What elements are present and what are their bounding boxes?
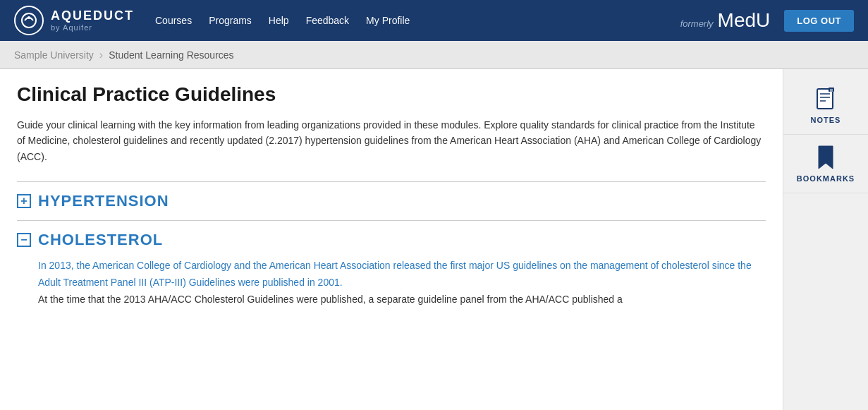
medu-text: MedU [718,9,771,32]
logo-sub: by Aquifer [51,23,134,32]
nav-programs[interactable]: Programs [209,15,252,26]
svg-rect-2 [817,89,833,109]
header-right: formerly MedU LOG OUT [680,9,854,32]
notes-icon [813,86,838,111]
cholesterol-title: CHOLESTEROL [38,231,163,249]
svg-point-1 [27,16,30,19]
logo-circle [14,6,44,35]
breadcrumb-separator: › [99,49,103,61]
nav-links: Courses Programs Help Feedback My Profil… [155,15,410,26]
nav-help[interactable]: Help [269,15,289,26]
sidebar-notes[interactable]: NOTES [783,76,868,135]
breadcrumb: Sample University › Student Learning Res… [0,41,868,69]
hypertension-title: HYPERTENSION [38,192,169,210]
cholesterol-section: − CHOLESTEROL In 2013, the American Coll… [17,220,766,329]
sidebar: NOTES BOOKMARKS [783,69,868,410]
cholesterol-para-2: At the time that the 2013 AHA/ACC Choles… [38,291,766,308]
cholesterol-header[interactable]: − CHOLESTEROL [17,231,766,249]
main-wrapper: Clinical Practice Guidelines Guide your … [0,69,868,410]
content-area: Clinical Practice Guidelines Guide your … [0,69,783,410]
hypertension-section: + HYPERTENSION [17,181,766,220]
formerly-medu: formerly MedU [680,9,771,32]
header: AQUEDUCT by Aquifer Courses Programs Hel… [0,0,868,41]
logo-name: AQUEDUCT [51,9,134,23]
header-left: AQUEDUCT by Aquifer Courses Programs Hel… [14,6,410,35]
bookmark-icon [813,145,838,170]
page-title: Clinical Practice Guidelines [17,83,766,106]
nav-courses[interactable]: Courses [155,15,192,26]
cholesterol-toggle[interactable]: − [17,233,31,247]
cholesterol-content: In 2013, the American College of Cardiol… [17,249,766,319]
logo-text: AQUEDUCT by Aquifer [51,9,134,32]
sidebar-bookmarks[interactable]: BOOKMARKS [783,135,868,193]
svg-point-0 [22,13,36,28]
logo-area[interactable]: AQUEDUCT by Aquifer [14,6,134,35]
notes-label: NOTES [811,116,841,124]
hypertension-toggle[interactable]: + [17,194,31,208]
hypertension-toggle-icon: + [20,195,27,207]
cholesterol-toggle-icon: − [20,234,27,246]
page-description: Guide your clinical learning with the ke… [17,117,766,164]
breadcrumb-current: Student Learning Resources [109,49,233,61]
logout-button[interactable]: LOG OUT [784,10,854,32]
bookmarks-label: BOOKMARKS [797,174,855,183]
nav-feedback[interactable]: Feedback [306,15,349,26]
hypertension-header[interactable]: + HYPERTENSION [17,192,766,210]
nav-myprofile[interactable]: My Profile [366,15,410,26]
formerly-text: formerly [680,18,714,29]
breadcrumb-university[interactable]: Sample University [14,49,94,61]
cholesterol-para-1[interactable]: In 2013, the American College of Cardiol… [38,258,766,291]
